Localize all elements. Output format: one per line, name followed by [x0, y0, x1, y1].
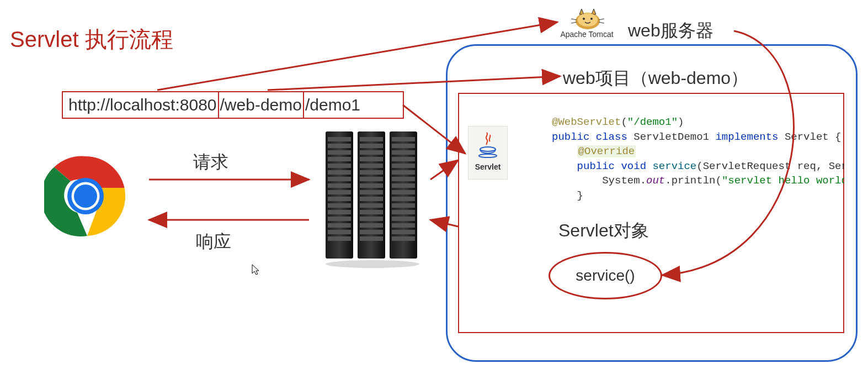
svg-rect-42: [392, 157, 415, 161]
svg-rect-23: [360, 137, 383, 141]
svg-rect-33: [360, 203, 383, 208]
web-server-label: web服务器: [628, 19, 713, 43]
svg-rect-30: [360, 183, 383, 188]
svg-rect-9: [328, 150, 351, 155]
svg-rect-17: [328, 203, 351, 208]
svg-rect-54: [392, 236, 415, 241]
url-segment-host: http://localhost:8080: [68, 96, 217, 114]
url-segment-context: /web-demo: [220, 96, 302, 114]
svg-rect-31: [360, 190, 383, 194]
web-project-label: web项目（web-demo）: [563, 66, 748, 91]
svg-rect-45: [392, 177, 415, 181]
url-separator-icon: [218, 91, 219, 119]
svg-rect-51: [392, 217, 415, 221]
svg-rect-46: [392, 183, 415, 188]
svg-rect-28: [360, 170, 383, 175]
svg-rect-18: [328, 210, 351, 214]
svg-rect-34: [360, 210, 383, 214]
svg-rect-13: [328, 177, 351, 181]
response-label: 响应: [196, 230, 231, 254]
svg-rect-14: [328, 183, 351, 188]
server-icon: [320, 126, 428, 268]
svg-rect-16: [328, 197, 351, 201]
java-cup-icon: [468, 127, 507, 162]
chrome-browser-icon: [44, 155, 127, 238]
svg-rect-19: [328, 217, 351, 221]
request-label: 请求: [193, 150, 228, 175]
diagram-title: Servlet 执行流程: [10, 24, 173, 55]
servlet-icon-label: Servlet: [468, 162, 507, 171]
svg-rect-52: [392, 223, 415, 228]
svg-rect-25: [360, 150, 383, 155]
svg-rect-47: [392, 190, 415, 194]
svg-rect-32: [360, 197, 383, 201]
svg-rect-38: [360, 236, 383, 241]
svg-rect-8: [328, 144, 351, 148]
svg-point-55: [326, 260, 419, 268]
mouse-cursor-icon: [251, 264, 261, 278]
svg-rect-35: [360, 217, 383, 221]
svg-rect-40: [392, 144, 415, 148]
svg-rect-27: [360, 164, 383, 168]
svg-rect-7: [328, 137, 351, 141]
svg-rect-41: [392, 150, 415, 155]
svg-rect-15: [328, 190, 351, 194]
svg-rect-21: [328, 230, 351, 234]
svg-rect-29: [360, 177, 383, 181]
tomcat-icon: [568, 4, 607, 33]
service-method-label: service(): [576, 267, 635, 285]
servlet-icon: Servlet: [468, 126, 508, 180]
svg-rect-50: [392, 210, 415, 214]
url-segment-path: /demo1: [305, 96, 360, 114]
tomcat-label: Apache Tomcat: [555, 30, 619, 39]
svg-rect-53: [392, 230, 415, 234]
svg-rect-39: [392, 137, 415, 141]
svg-rect-12: [328, 170, 351, 175]
url-separator-icon: [303, 91, 304, 119]
svg-rect-22: [328, 236, 351, 241]
svg-rect-43: [392, 164, 415, 168]
servlet-object-label: Servlet对象: [558, 219, 649, 243]
svg-point-60: [480, 147, 496, 151]
svg-rect-11: [328, 164, 351, 168]
svg-point-61: [479, 154, 497, 157]
svg-rect-36: [360, 223, 383, 228]
svg-rect-49: [392, 203, 415, 208]
svg-rect-48: [392, 197, 415, 201]
service-method-ellipse: service(): [549, 252, 662, 299]
code-snippet: @WebServlet("/demo1") public class Servl…: [552, 115, 844, 203]
svg-rect-37: [360, 230, 383, 234]
svg-rect-44: [392, 170, 415, 175]
svg-rect-24: [360, 144, 383, 148]
svg-point-57: [578, 13, 598, 27]
svg-point-58: [583, 18, 585, 20]
svg-point-3: [74, 185, 97, 208]
svg-rect-20: [328, 223, 351, 228]
svg-point-59: [590, 18, 593, 20]
svg-rect-26: [360, 157, 383, 161]
svg-rect-10: [328, 157, 351, 161]
url-box: http://localhost:8080 /web-demo /demo1: [62, 91, 404, 119]
